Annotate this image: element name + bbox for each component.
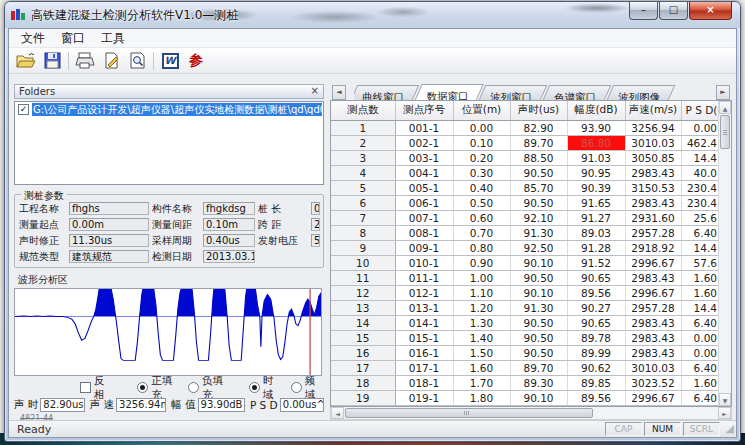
title-bar[interactable]: 高铁建混凝土检测分析软件V1.0—测桩 – □ × <box>5 2 740 28</box>
data-cell[interactable]: 91.28 <box>567 240 625 255</box>
data-cell[interactable]: 89.99 <box>567 345 625 360</box>
data-cell[interactable]: 6.40 <box>681 225 718 240</box>
readout-value-field[interactable]: 0.00us^2/m <box>280 398 324 412</box>
data-cell[interactable]: 91.30 <box>510 225 567 240</box>
tab-波列图像[interactable]: 波列图像 <box>607 85 676 100</box>
row-number-cell[interactable]: 5 <box>331 180 395 195</box>
data-cell[interactable]: 1.10 <box>453 285 510 300</box>
data-cell[interactable]: 3023.52 <box>625 375 681 390</box>
data-cell[interactable]: 0.40 <box>453 180 510 195</box>
data-cell[interactable]: 90.10 <box>510 255 567 270</box>
table-row[interactable]: 7007-10.6092.1091.272931.6025.6 <box>331 210 718 225</box>
data-cell[interactable]: 014-1 <box>395 315 453 330</box>
data-cell[interactable]: 012-1 <box>395 285 453 300</box>
close-button[interactable]: × <box>689 2 732 20</box>
data-cell[interactable]: 2996.67 <box>625 285 681 300</box>
folder-path[interactable]: G:\公司产品设计开发\超声仪器\超声仪实地检测数据\测桩\qd\qd03\qd… <box>32 103 322 116</box>
data-cell[interactable]: 0.00 <box>453 120 510 135</box>
data-cell[interactable]: 89.56 <box>567 390 625 405</box>
data-cell[interactable]: 89.70 <box>510 135 567 150</box>
tab-曲线窗口[interactable]: 曲线窗口 <box>354 85 419 100</box>
data-cell[interactable]: 82.90 <box>510 120 567 135</box>
export-word-button[interactable]: W <box>157 50 183 72</box>
row-number-cell[interactable]: 2 <box>331 135 395 150</box>
data-cell[interactable]: 0.80 <box>453 240 510 255</box>
row-number-cell[interactable]: 19 <box>331 390 395 405</box>
data-cell[interactable]: 90.27 <box>567 300 625 315</box>
data-cell[interactable]: 90.10 <box>510 390 567 405</box>
freq-domain-radio[interactable] <box>291 382 302 393</box>
row-number-cell[interactable]: 9 <box>331 240 395 255</box>
data-cell[interactable]: 1.20 <box>453 300 510 315</box>
data-cell[interactable]: 1.60 <box>681 375 718 390</box>
data-cell[interactable]: 230.4 <box>681 195 718 210</box>
data-cell[interactable]: 005-1 <box>395 180 453 195</box>
row-number-cell[interactable]: 8 <box>331 225 395 240</box>
data-cell[interactable]: 0.00 <box>681 120 718 135</box>
data-cell[interactable]: 011-1 <box>395 270 453 285</box>
table-row[interactable]: 18018-11.7089.3089.853023.521.60 <box>331 375 718 390</box>
data-cell[interactable]: 1.00 <box>453 270 510 285</box>
data-cell[interactable]: 007-1 <box>395 210 453 225</box>
scroll-left-icon[interactable]: ◄ <box>331 407 344 419</box>
data-cell[interactable]: 90.50 <box>510 195 567 210</box>
data-cell[interactable]: 90.65 <box>567 270 625 285</box>
data-cell[interactable]: 230.4 <box>681 180 718 195</box>
data-cell[interactable]: 89.78 <box>567 330 625 345</box>
data-cell[interactable]: 1.60 <box>453 360 510 375</box>
data-cell[interactable]: 006-1 <box>395 195 453 210</box>
table-row[interactable]: 9009-10.8092.5091.282918.9214.4 <box>331 240 718 255</box>
data-cell[interactable]: 0.60 <box>453 210 510 225</box>
data-cell[interactable]: 90.62 <box>567 360 625 375</box>
data-cell[interactable]: 0.20 <box>453 150 510 165</box>
data-cell[interactable]: 1.50 <box>453 345 510 360</box>
table-row[interactable]: 11011-11.0090.5090.652983.431.60 <box>331 270 718 285</box>
scroll-down-icon[interactable]: ▼ <box>719 393 731 406</box>
data-cell[interactable]: 6.40 <box>681 360 718 375</box>
data-cell[interactable]: 462.4 <box>681 135 718 150</box>
vertical-scroll-thumb[interactable] <box>720 115 730 149</box>
data-cell[interactable]: 90.50 <box>510 165 567 180</box>
resize-grip[interactable]: ◢ <box>722 422 736 436</box>
table-row[interactable]: 17017-11.6089.7090.623010.036.40 <box>331 360 718 375</box>
menu-window[interactable]: 窗口 <box>53 29 93 48</box>
data-cell[interactable]: 3050.85 <box>625 150 681 165</box>
row-number-cell[interactable]: 1 <box>331 120 395 135</box>
data-cell[interactable]: 14.4 <box>681 300 718 315</box>
data-cell[interactable]: 90.39 <box>567 180 625 195</box>
row-number-cell[interactable]: 13 <box>331 300 395 315</box>
data-cell[interactable]: 013-1 <box>395 300 453 315</box>
data-cell[interactable]: 2957.28 <box>625 225 681 240</box>
row-number-cell[interactable]: 12 <box>331 285 395 300</box>
column-header[interactable]: 幅度(dB) <box>567 101 625 120</box>
data-cell[interactable]: 91.27 <box>567 210 625 225</box>
column-header[interactable]: 测点数 <box>331 101 395 120</box>
data-cell[interactable]: 90.50 <box>510 315 567 330</box>
data-cell[interactable]: 90.50 <box>510 330 567 345</box>
data-cell[interactable]: 2918.92 <box>625 240 681 255</box>
data-cell[interactable]: 1.70 <box>453 375 510 390</box>
data-cell[interactable]: 2983.43 <box>625 345 681 360</box>
data-cell[interactable]: 91.52 <box>567 255 625 270</box>
data-cell[interactable]: 89.56 <box>567 285 625 300</box>
fill-negative-radio[interactable] <box>188 382 199 393</box>
table-row[interactable]: 3003-10.2088.5091.033050.8514.4 <box>331 150 718 165</box>
invert-checkbox[interactable] <box>80 382 91 393</box>
data-cell[interactable]: 91.30 <box>510 300 567 315</box>
print-preview-button[interactable] <box>124 50 150 72</box>
data-cell[interactable]: 2983.43 <box>625 195 681 210</box>
row-number-cell[interactable]: 11 <box>331 270 395 285</box>
data-cell[interactable]: 86.80 <box>567 135 625 150</box>
data-cell[interactable]: 1.80 <box>453 390 510 405</box>
table-row[interactable]: 10010-10.9090.1091.522996.6757.6 <box>331 255 718 270</box>
data-cell[interactable]: 1.60 <box>681 285 718 300</box>
data-cell[interactable]: 93.90 <box>567 120 625 135</box>
data-cell[interactable]: 90.50 <box>510 345 567 360</box>
data-cell[interactable]: 3010.03 <box>625 360 681 375</box>
row-number-cell[interactable]: 16 <box>331 345 395 360</box>
open-file-button[interactable] <box>13 50 39 72</box>
data-cell[interactable]: 91.65 <box>567 195 625 210</box>
data-cell[interactable]: 1.30 <box>453 315 510 330</box>
print-button[interactable] <box>72 50 98 72</box>
tab-波列窗口[interactable]: 波列窗口 <box>479 85 548 100</box>
